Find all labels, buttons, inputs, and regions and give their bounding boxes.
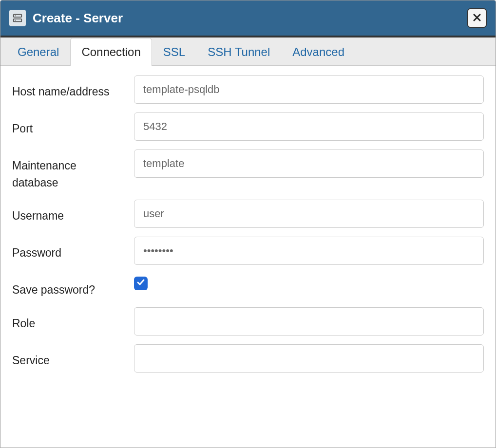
role-input[interactable] xyxy=(134,307,484,336)
label-service: Service xyxy=(12,344,124,369)
tab-ssl[interactable]: SSL xyxy=(152,38,196,66)
title-left: Create - Server xyxy=(9,10,123,26)
label-port: Port xyxy=(12,112,124,137)
password-input[interactable] xyxy=(134,237,484,265)
tab-general[interactable]: General xyxy=(6,38,70,66)
close-icon xyxy=(473,12,481,24)
tab-advanced[interactable]: Advanced xyxy=(281,38,356,66)
check-icon xyxy=(136,278,145,289)
label-maint-db: Maintenance database xyxy=(12,149,124,191)
row-role: Role xyxy=(12,307,484,336)
row-host: Host name/address xyxy=(12,75,484,104)
tab-bar: General Connection SSL SSH Tunnel Advanc… xyxy=(0,37,496,66)
row-maint-db: Maintenance database xyxy=(12,149,484,191)
tab-ssh-tunnel[interactable]: SSH Tunnel xyxy=(196,38,281,66)
label-role: Role xyxy=(12,307,124,332)
title-bar: Create - Server xyxy=(0,0,496,36)
tab-content: Host name/address Port Maintenance datab… xyxy=(0,66,496,448)
svg-rect-0 xyxy=(14,15,22,18)
tab-connection[interactable]: Connection xyxy=(70,38,152,66)
row-password: Password xyxy=(12,237,484,265)
svg-rect-1 xyxy=(14,19,22,22)
save-password-checkbox[interactable] xyxy=(134,277,148,290)
label-password: Password xyxy=(12,237,124,261)
port-input[interactable] xyxy=(134,112,484,141)
label-host: Host name/address xyxy=(12,75,124,100)
close-button[interactable] xyxy=(467,8,487,28)
label-save-password: Save password? xyxy=(12,274,124,299)
row-service: Service xyxy=(12,344,484,373)
create-server-dialog: Create - Server General Connection SSL S… xyxy=(0,0,496,448)
server-icon xyxy=(9,10,26,26)
label-username: Username xyxy=(12,200,124,224)
row-port: Port xyxy=(12,112,484,141)
service-input[interactable] xyxy=(134,344,484,373)
row-username: Username xyxy=(12,200,484,228)
maint-db-input[interactable] xyxy=(134,149,484,178)
dialog-title: Create - Server xyxy=(33,11,123,26)
username-input[interactable] xyxy=(134,200,484,228)
row-save-password: Save password? xyxy=(12,274,484,299)
host-input[interactable] xyxy=(134,75,484,104)
